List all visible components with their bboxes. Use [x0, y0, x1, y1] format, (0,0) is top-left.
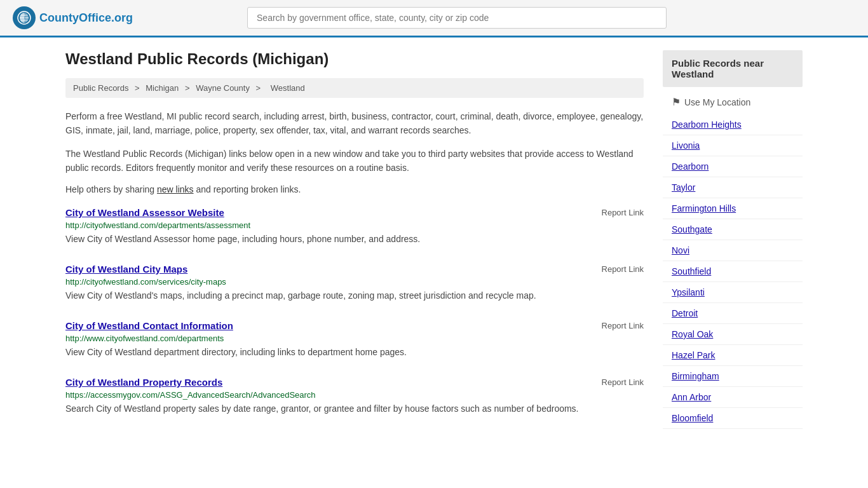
- search-input[interactable]: [247, 7, 667, 29]
- help-text: Help others by sharing new links and rep…: [65, 184, 644, 194]
- sidebar-city-link[interactable]: Southgate: [663, 219, 803, 240]
- sidebar-city-link[interactable]: Taylor: [663, 177, 803, 198]
- list-item: Bloomfield: [663, 408, 803, 429]
- list-item: Southfield: [663, 261, 803, 282]
- sidebar-city-link[interactable]: Bloomfield: [663, 408, 803, 428]
- logo-link[interactable]: CountyOffice.org: [13, 6, 133, 29]
- report-link[interactable]: Report Link: [602, 377, 644, 387]
- record-title[interactable]: City of Westland Contact Information: [65, 320, 233, 331]
- content-area: Westland Public Records (Michigan) Publi…: [65, 50, 644, 433]
- description-1: Perform a free Westland, MI public recor…: [65, 109, 644, 138]
- sidebar: Public Records near Westland ⚑ Use My Lo…: [663, 50, 803, 433]
- list-item: Farmington Hills: [663, 198, 803, 219]
- record-url[interactable]: http://cityofwestland.com/departments/as…: [65, 220, 644, 230]
- sidebar-city-link[interactable]: Dearborn Heights: [663, 114, 803, 135]
- list-item: Royal Oak: [663, 324, 803, 345]
- sidebar-city-link[interactable]: Livonia: [663, 135, 803, 156]
- report-link[interactable]: Report Link: [602, 264, 644, 274]
- sidebar-header: Public Records near Westland: [663, 50, 803, 87]
- list-item: Hazel Park: [663, 345, 803, 366]
- use-location-button[interactable]: ⚑ Use My Location: [663, 90, 803, 114]
- record-item: City of Westland Assessor Website Report…: [65, 207, 644, 246]
- sidebar-city-link[interactable]: Southfield: [663, 261, 803, 281]
- record-item: City of Westland Property Records Report…: [65, 377, 644, 416]
- record-header: City of Westland Contact Information Rep…: [65, 320, 644, 331]
- list-item: Birmingham: [663, 366, 803, 387]
- sidebar-city-link[interactable]: Ypsilanti: [663, 282, 803, 302]
- page-title: Westland Public Records (Michigan): [65, 50, 644, 68]
- list-item: Detroit: [663, 303, 803, 324]
- list-item: Dearborn: [663, 156, 803, 177]
- new-links-link[interactable]: new links: [157, 184, 194, 194]
- record-description: View City of Westland department directo…: [65, 346, 644, 359]
- list-item: Livonia: [663, 135, 803, 156]
- record-description: View City of Westland Assessor home page…: [65, 233, 644, 246]
- sidebar-city-link[interactable]: Dearborn: [663, 156, 803, 177]
- list-item: Ypsilanti: [663, 282, 803, 303]
- breadcrumb-westland: Westland: [271, 83, 305, 93]
- record-description: Search City of Westland property sales b…: [65, 402, 644, 416]
- record-title[interactable]: City of Westland City Maps: [65, 264, 187, 274]
- record-item: City of Westland City Maps Report Link h…: [65, 264, 644, 302]
- record-url[interactable]: http://www.cityofwestland.com/department…: [65, 334, 644, 343]
- records-list: City of Westland Assessor Website Report…: [65, 207, 644, 416]
- breadcrumb-sep-1: >: [135, 83, 142, 93]
- site-header: CountyOffice.org: [0, 0, 868, 37]
- report-link[interactable]: Report Link: [602, 208, 644, 217]
- record-item: City of Westland Contact Information Rep…: [65, 320, 644, 359]
- search-container: [247, 7, 667, 29]
- main-container: Westland Public Records (Michigan) Publi…: [53, 37, 815, 446]
- sidebar-city-link[interactable]: Hazel Park: [663, 345, 803, 365]
- record-header: City of Westland Assessor Website Report…: [65, 207, 644, 218]
- list-item: Dearborn Heights: [663, 114, 803, 135]
- breadcrumb-wayne-county[interactable]: Wayne County: [196, 83, 250, 93]
- sidebar-city-link[interactable]: Royal Oak: [663, 324, 803, 344]
- record-title[interactable]: City of Westland Property Records: [65, 377, 222, 388]
- breadcrumb-public-records[interactable]: Public Records: [73, 83, 128, 93]
- list-item: Southgate: [663, 219, 803, 240]
- sidebar-city-link[interactable]: Novi: [663, 240, 803, 261]
- record-description: View City of Westland's maps, including …: [65, 289, 644, 302]
- breadcrumb: Public Records > Michigan > Wayne County…: [65, 78, 644, 98]
- record-title[interactable]: City of Westland Assessor Website: [65, 207, 224, 218]
- list-item: Ann Arbor: [663, 387, 803, 408]
- sidebar-city-link[interactable]: Birmingham: [663, 366, 803, 386]
- breadcrumb-michigan[interactable]: Michigan: [146, 83, 179, 93]
- record-url[interactable]: https://accessmygov.com/ASSG_AdvancedSea…: [65, 390, 644, 400]
- record-header: City of Westland City Maps Report Link: [65, 264, 644, 274]
- list-item: Taylor: [663, 177, 803, 198]
- sidebar-city-link[interactable]: Ann Arbor: [663, 387, 803, 407]
- record-url[interactable]: http://cityofwestland.com/services/city-…: [65, 277, 644, 287]
- location-icon: ⚑: [672, 96, 681, 108]
- nearby-cities-list: Dearborn HeightsLivoniaDearbornTaylorFar…: [663, 114, 803, 429]
- breadcrumb-sep-3: >: [256, 83, 263, 93]
- report-link[interactable]: Report Link: [602, 321, 644, 330]
- use-location-label: Use My Location: [684, 97, 750, 107]
- sidebar-city-link[interactable]: Farmington Hills: [663, 198, 803, 219]
- record-header: City of Westland Property Records Report…: [65, 377, 644, 388]
- logo-icon: [13, 6, 36, 29]
- list-item: Novi: [663, 240, 803, 261]
- sidebar-city-link[interactable]: Detroit: [663, 303, 803, 323]
- logo-text: CountyOffice.org: [39, 11, 133, 24]
- breadcrumb-sep-2: >: [185, 83, 192, 93]
- description-2: The Westland Public Records (Michigan) l…: [65, 147, 644, 175]
